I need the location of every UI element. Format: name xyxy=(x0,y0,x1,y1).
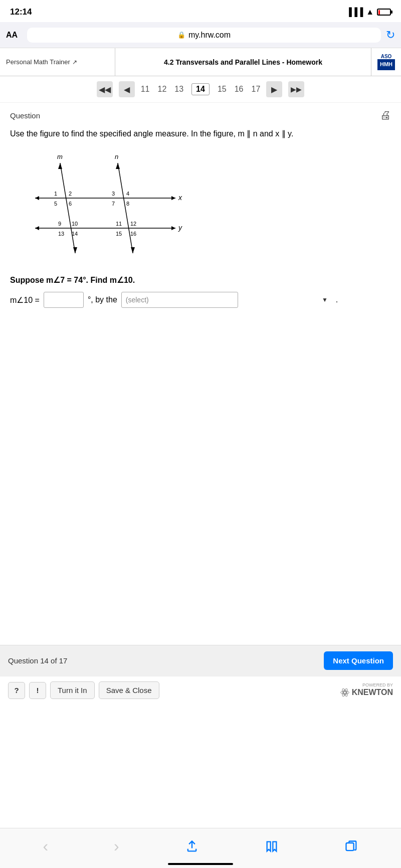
svg-line-12 xyxy=(118,163,133,253)
answer-prefix-label: m∠10 = xyxy=(10,295,40,305)
last-page-button[interactable]: ▶▶ xyxy=(288,81,304,97)
wifi-icon: ▲ xyxy=(366,8,374,17)
turn-in-button[interactable]: Turn it In xyxy=(50,681,95,699)
bookmarks-icon xyxy=(265,839,279,853)
page-14-active[interactable]: 14 xyxy=(191,83,210,95)
theorem-select[interactable]: (select) Alternate Interior Angles Theor… xyxy=(121,292,238,308)
svg-text:5: 5 xyxy=(54,201,57,207)
svg-text:13: 13 xyxy=(58,231,64,237)
question-counter: Question 14 of 17 xyxy=(8,656,67,665)
svg-text:3: 3 xyxy=(112,191,115,197)
select-wrapper: (select) Alternate Interior Angles Theor… xyxy=(121,292,332,308)
svg-marker-13 xyxy=(116,163,120,169)
signal-icon: ▐▐▐ xyxy=(346,8,363,17)
hmh-logo-area: ASO HMH xyxy=(371,48,401,76)
svg-text:m: m xyxy=(57,153,63,160)
browser-bar: AA 🔒 my.hrw.com ↻ xyxy=(0,22,401,48)
question-mark-button[interactable]: ? xyxy=(8,682,25,699)
white-space-area xyxy=(0,314,401,615)
page-16[interactable]: 16 xyxy=(235,85,244,94)
dropdown-arrow-icon: ▼ xyxy=(322,296,328,303)
page-15[interactable]: 15 xyxy=(218,85,227,94)
browser-tabs-button[interactable] xyxy=(344,839,358,853)
svg-text:8: 8 xyxy=(126,201,129,207)
geometry-figure: x y m n 1 2 5 6 xyxy=(20,148,190,263)
share-icon xyxy=(185,839,199,853)
browser-nav-bar: ‹ › xyxy=(0,828,401,868)
knewton-atom-icon xyxy=(340,687,350,698)
suppose-text: Suppose m∠7 = 74°. Find m∠10. xyxy=(10,275,391,285)
period-label: . xyxy=(336,295,338,304)
svg-text:x: x xyxy=(178,194,182,202)
question-section: Question 🖨 Use the figure to find the sp… xyxy=(0,103,401,314)
prev-page-button[interactable]: ◀ xyxy=(119,81,135,97)
svg-line-8 xyxy=(60,163,75,253)
homework-title-area: 4.2 Transversals and Parallel Lines - Ho… xyxy=(115,48,371,76)
exclamation-button[interactable]: ! xyxy=(29,682,46,699)
tabs-icon xyxy=(344,839,358,853)
page-17[interactable]: 17 xyxy=(251,85,260,94)
url-bar[interactable]: 🔒 my.hrw.com xyxy=(27,28,381,43)
svg-text:9: 9 xyxy=(58,221,61,227)
action-bar: ? ! Turn it In Save & Close POWERED BY K… xyxy=(0,676,401,704)
svg-marker-14 xyxy=(131,247,135,253)
svg-marker-9 xyxy=(58,163,62,169)
degree-by-label: °, by the xyxy=(88,295,117,304)
status-time: 12:14 xyxy=(10,7,32,17)
svg-text:2: 2 xyxy=(69,191,72,197)
svg-marker-4 xyxy=(171,226,175,230)
save-close-button[interactable]: Save & Close xyxy=(99,681,159,699)
svg-text:7: 7 xyxy=(112,201,115,207)
next-page-button[interactable]: ▶ xyxy=(266,81,282,97)
home-indicator xyxy=(168,863,233,865)
svg-text:16: 16 xyxy=(130,231,136,237)
svg-text:n: n xyxy=(115,153,118,160)
svg-text:1: 1 xyxy=(54,191,57,197)
battery-icon xyxy=(377,9,391,16)
svg-text:11: 11 xyxy=(116,221,122,227)
first-page-button[interactable]: ◀◀ xyxy=(97,81,113,97)
next-question-button[interactable]: Next Question xyxy=(324,651,393,670)
svg-marker-5 xyxy=(35,226,39,230)
knewton-text: KNEWTON xyxy=(352,688,393,697)
page-11[interactable]: 11 xyxy=(141,85,150,94)
svg-marker-2 xyxy=(35,196,39,200)
svg-marker-1 xyxy=(171,196,175,200)
hmh-logo-wrapper: ASO HMH xyxy=(377,54,395,70)
homework-title: 4.2 Transversals and Parallel Lines - Ho… xyxy=(164,58,322,66)
personal-math-trainer-label: Personal Math Trainer xyxy=(6,58,70,66)
browser-back-button[interactable]: ‹ xyxy=(43,837,48,855)
answer-row: m∠10 = °, by the (select) Alternate Inte… xyxy=(10,292,391,308)
page-13[interactable]: 13 xyxy=(174,85,183,94)
page-12[interactable]: 12 xyxy=(158,85,167,94)
svg-text:12: 12 xyxy=(130,221,136,227)
question-text: Use the figure to find the specified ang… xyxy=(10,128,391,140)
personal-math-trainer-tab[interactable]: Personal Math Trainer ↗ xyxy=(0,48,115,76)
figure-container: x y m n 1 2 5 6 xyxy=(20,148,391,265)
angle-answer-input[interactable] xyxy=(44,292,84,308)
browser-forward-button[interactable]: › xyxy=(114,837,119,855)
svg-text:4: 4 xyxy=(126,191,129,197)
pagination-bar: ◀◀ ◀ 11 12 13 14 15 16 17 ▶ ▶▶ xyxy=(0,76,401,103)
svg-rect-36 xyxy=(346,843,353,850)
font-size-control[interactable]: AA xyxy=(6,31,22,40)
bottom-question-bar: Question 14 of 17 Next Question xyxy=(0,645,401,676)
browser-bookmarks-button[interactable] xyxy=(265,839,279,853)
svg-point-32 xyxy=(343,691,346,694)
refresh-button[interactable]: ↻ xyxy=(386,29,395,42)
question-label: Question xyxy=(10,111,40,120)
svg-text:10: 10 xyxy=(72,221,78,227)
status-bar: 12:14 ▐▐▐ ▲ xyxy=(0,0,401,22)
browser-share-button[interactable] xyxy=(185,839,199,853)
svg-marker-10 xyxy=(73,247,77,253)
status-icons: ▐▐▐ ▲ xyxy=(346,8,391,17)
aso-label: ASO xyxy=(381,54,392,59)
url-text: my.hrw.com xyxy=(188,31,231,40)
hmh-label: HMH xyxy=(377,59,395,70)
question-header: Question 🖨 xyxy=(10,109,391,122)
powered-by-section: POWERED BY KNEWTON xyxy=(340,683,393,698)
print-icon[interactable]: 🖨 xyxy=(380,109,391,122)
svg-text:14: 14 xyxy=(72,231,78,237)
lock-icon: 🔒 xyxy=(177,31,185,39)
svg-text:15: 15 xyxy=(116,231,122,237)
